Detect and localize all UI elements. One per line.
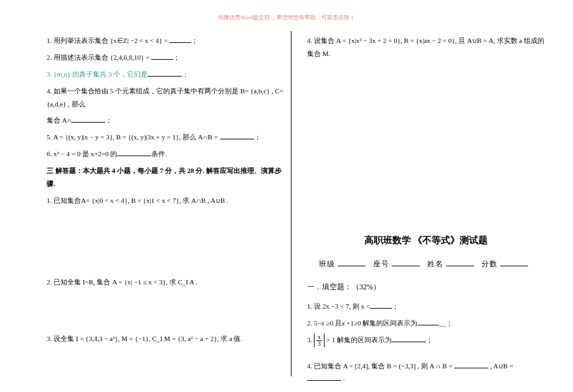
var-x-italic: x bbox=[342, 319, 345, 327]
fill-q2: 2. 5−x ≥0 且x +1≥0 解集的区间表示为__； bbox=[307, 317, 545, 330]
blank bbox=[307, 373, 341, 381]
page-columns: 1. 用列举法表示集合 {x∈Z| −2 < x < 4} = ； 2. 用描述… bbox=[0, 28, 573, 389]
fraction-x-over-3: x3 bbox=[316, 334, 322, 347]
f2-tail: ； bbox=[446, 319, 453, 327]
header-notice: 传播优秀Word版文档 ，希望对您有帮助，可双击去除！ bbox=[0, 0, 573, 28]
q4b-text: 集合 A= bbox=[47, 116, 71, 124]
q5-tail: ； bbox=[254, 133, 261, 141]
label-class: 班级 bbox=[319, 259, 335, 268]
blank-seat bbox=[392, 259, 420, 266]
blank bbox=[454, 361, 488, 368]
left-q2: 2. 用描述法表示集合 {2,4,6,8,10} = ； bbox=[47, 51, 285, 64]
fill-q4: 4. 已知集合 A = [2,4], 集合 B = (−3,3] , 则 A ∩… bbox=[307, 360, 545, 386]
test-title: 高职班数学 《不等式》测试题 bbox=[307, 235, 545, 246]
label-score: 分数 bbox=[481, 259, 498, 268]
solve-q3: 3. 设全集 I = {3,4,3 − a²}, M = {−1}, C_I M… bbox=[47, 332, 285, 345]
q6-tail: 条件. bbox=[151, 150, 167, 157]
blank bbox=[169, 35, 191, 43]
solve-q1: 1. 已知集合A= {x|0 < x < 4}, B = {x|1 < x < … bbox=[47, 194, 285, 207]
left-column: 1. 用列举法表示集合 {x∈Z| −2 < x < 4} = ； 2. 用描述… bbox=[47, 28, 291, 389]
q4b-tail: ； bbox=[105, 116, 112, 124]
f3a: 3. bbox=[307, 336, 314, 343]
blank bbox=[417, 318, 439, 325]
f4-mid: , A∪B = bbox=[490, 362, 513, 370]
blank bbox=[392, 335, 426, 342]
blank bbox=[220, 132, 254, 139]
label-name: 姓名 bbox=[427, 259, 443, 268]
left-q4b: 集合 A=； bbox=[47, 114, 285, 127]
f3-tail: ； bbox=[426, 336, 433, 343]
f2c: +1≥0 解集的区间表示为 bbox=[346, 319, 417, 327]
var-x-italic: x bbox=[321, 319, 324, 327]
left-q6: 6. x² − 4 = 0 是 x+2=0 的条件. bbox=[47, 147, 285, 161]
q2-tail: ； bbox=[173, 54, 180, 61]
f3b: > 1 解集的区间表示为 bbox=[326, 336, 392, 343]
f2a: 2. 5− bbox=[307, 319, 321, 327]
f2b: ≥0 且 bbox=[326, 319, 341, 327]
q1-tail: ； bbox=[191, 37, 198, 44]
q2-text: 2. 用描述法表示集合 {2,4,6,8,10} = bbox=[47, 54, 151, 61]
blank bbox=[370, 301, 392, 309]
frac-den: 3 bbox=[316, 341, 322, 347]
frac-num: x bbox=[316, 334, 322, 341]
left-q3: 3. {m,n} 的真子集共 3 个，它们是； bbox=[47, 68, 285, 81]
student-info-row: 班级 座号 姓名 分数 bbox=[307, 259, 545, 269]
blank bbox=[151, 52, 173, 60]
q3-text: 3. {m,n} 的真子集共 3 个，它们是 bbox=[47, 70, 148, 78]
blank bbox=[148, 69, 182, 77]
blank-class bbox=[338, 259, 366, 266]
solve-q2: 2. 已知全集 I=R, 集合 A = {x| −1 ≤ x < 3}, 求 C… bbox=[47, 276, 285, 289]
blank-score bbox=[500, 259, 528, 266]
blank bbox=[71, 115, 105, 123]
fill-q1: 1. 设 2x −3 < 7, 则 x <； bbox=[307, 300, 545, 313]
left-q5: 5. A = {(x, y)|x − y = 3}, B = {(x, y)|3… bbox=[47, 131, 285, 144]
abs-brackets: x3 bbox=[314, 334, 324, 347]
section-3-heading: 三 解答题：本大题共 4 小题，每小题 7 分，共 28 分. 解答应写出推理、… bbox=[47, 164, 285, 190]
fill-q3: 3. x3 > 1 解集的区间表示为； bbox=[307, 334, 545, 347]
blank bbox=[117, 149, 151, 156]
right-q4: 4. 设集合 A = {x|x² − 3x + 2 = 0}, B = {x|a… bbox=[307, 34, 545, 60]
q1-text: 1. 用列举法表示集合 {x∈Z| −2 < x < 4} = bbox=[47, 37, 169, 44]
left-q4a: 4. 如果一个集合恰由 5 个元素组成，它的真子集中有两个分别是 B= {a,b… bbox=[47, 85, 285, 111]
label-seat: 座号 bbox=[373, 259, 389, 268]
f1-tail: ； bbox=[392, 302, 399, 310]
right-column: 4. 设集合 A = {x|x² − 3x + 2 = 0}, B = {x|a… bbox=[291, 28, 545, 389]
f1-text: 1. 设 2x −3 < 7, 则 x < bbox=[307, 302, 370, 310]
q3-tail: ； bbox=[182, 70, 189, 78]
q6-text: 6. x² − 4 = 0 是 x+2=0 的 bbox=[47, 150, 117, 157]
left-q1: 1. 用列举法表示集合 {x∈Z| −2 < x < 4} = ； bbox=[47, 34, 285, 47]
section-1-heading: 一．填空题：（32%） bbox=[307, 282, 545, 292]
blank-name bbox=[446, 259, 474, 266]
f4-text: 4. 已知集合 A = [2,4], 集合 B = (−3,3] , 则 A ∩… bbox=[307, 362, 454, 370]
q5-text: 5. A = {(x, y)|x − y = 3}, B = {(x, y)|3… bbox=[47, 133, 220, 141]
f4-tail: . bbox=[343, 375, 345, 382]
